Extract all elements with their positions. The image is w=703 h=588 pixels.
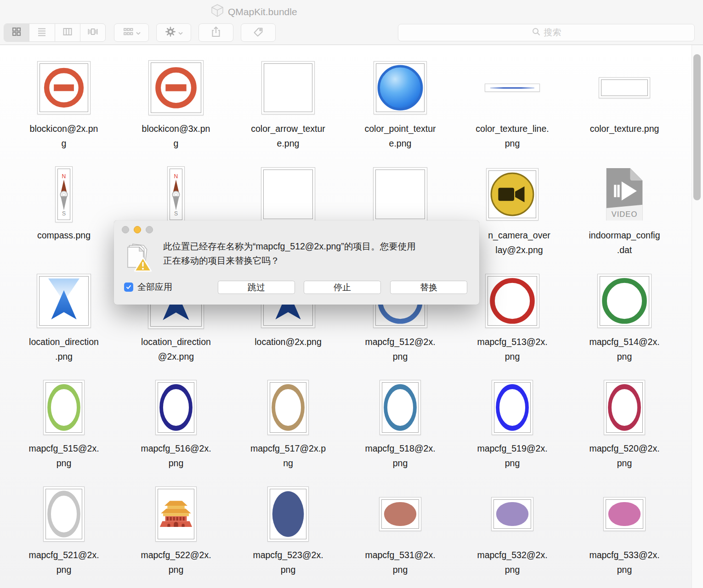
file-item[interactable]: mapcfg_519@2x. png — [456, 379, 568, 486]
file-thumbnail — [491, 486, 533, 542]
file-thumbnail — [155, 379, 197, 435]
file-thumbnail — [603, 486, 646, 542]
file-item[interactable]: blockicon@3x.pn g — [120, 60, 232, 166]
replace-button[interactable]: 替换 — [390, 281, 467, 294]
file-label: mapcfg_523@2x. png — [253, 548, 323, 577]
file-thumbnail — [597, 273, 652, 329]
file-item[interactable]: blockicon@2x.pn g — [8, 60, 120, 166]
file-thumbnail — [485, 273, 539, 329]
file-thumbnail — [492, 379, 533, 435]
file-thumbnail — [373, 166, 427, 222]
file-item[interactable]: color_point_textur e.png — [344, 60, 456, 166]
file-item[interactable]: VIDEOindoormap_config .dat — [568, 166, 680, 273]
file-label: indoormap_config .dat — [589, 228, 660, 257]
search-input[interactable]: 搜索 — [398, 24, 695, 41]
stop-button[interactable]: 停止 — [304, 281, 381, 294]
minimize-button[interactable] — [134, 226, 141, 233]
file-label: compass.png — [37, 228, 91, 243]
svg-text:N: N — [62, 173, 66, 180]
grid-view-icon — [11, 27, 22, 39]
file-label: color_arrow_textur e.png — [251, 121, 325, 151]
file-thumbnail — [43, 379, 85, 435]
vertical-scrollbar — [692, 45, 703, 588]
tag-button[interactable] — [241, 23, 276, 42]
arrange-icon — [123, 27, 134, 38]
file-thumbnail — [261, 166, 315, 222]
file-item[interactable]: mapcfg_521@2x. png — [8, 486, 120, 588]
file-thumbnail — [155, 486, 197, 542]
file-label: color_point_textur e.png — [364, 121, 436, 151]
icon-view-button[interactable] — [4, 24, 29, 41]
file-item[interactable]: color_texture_line. png — [456, 60, 568, 166]
column-view-icon — [62, 27, 73, 39]
chevron-down-icon — [178, 28, 183, 37]
file-item[interactable]: mapcfg_514@2x. png — [568, 273, 680, 379]
file-item[interactable]: mapcfg_516@2x. png — [120, 379, 232, 486]
file-item[interactable]: mapcfg_533@2x. png — [568, 486, 680, 588]
file-item[interactable]: mapcfg_517@2x.p ng — [232, 379, 344, 486]
file-item[interactable]: mapcfg_523@2x. png — [232, 486, 344, 588]
column-view-button[interactable] — [55, 24, 80, 41]
search-placeholder: 搜索 — [544, 27, 561, 39]
zoom-button[interactable] — [146, 226, 153, 233]
check-icon — [127, 286, 130, 288]
coverflow-view-button[interactable] — [80, 24, 105, 41]
gear-icon — [165, 26, 176, 39]
file-thumbnail — [599, 60, 650, 116]
file-label: mapcfg_521@2x. png — [28, 548, 99, 577]
file-label: color_texture_line. png — [476, 121, 549, 151]
file-label: blockicon@2x.pn g — [30, 121, 98, 151]
file-thumbnail — [604, 379, 645, 435]
file-item[interactable]: color_arrow_textur e.png — [232, 60, 344, 166]
arrange-button[interactable] — [114, 23, 149, 42]
file-item[interactable]: mapcfg_518@2x. png — [344, 379, 456, 486]
bundle-icon — [210, 4, 224, 20]
dialog-message: 此位置已经存在名称为“mapcfg_512@2x.png”的项目。您要使用 正在… — [163, 239, 471, 268]
file-item[interactable]: mapcfg_522@2x. png — [120, 486, 232, 588]
file-label: n_camera_over lay@2x.png — [488, 228, 550, 257]
file-thumbnail: VIDEO — [603, 166, 646, 222]
tag-icon — [253, 27, 264, 39]
file-thumbnail — [380, 379, 421, 435]
apply-to-all-label: 全部应用 — [137, 281, 172, 293]
coverflow-view-icon — [87, 27, 98, 39]
file-thumbnail — [267, 486, 309, 542]
action-button[interactable] — [156, 23, 191, 42]
file-label: mapcfg_531@2x. png — [365, 548, 435, 577]
file-item[interactable]: mapcfg_515@2x. png — [8, 379, 120, 486]
apply-to-all-row: 全部应用 — [124, 281, 172, 293]
svg-text:VIDEO: VIDEO — [612, 210, 638, 219]
file-label: mapcfg_522@2x. png — [141, 548, 211, 577]
file-item[interactable]: NScompass.png — [8, 166, 120, 273]
list-view-button[interactable] — [29, 24, 55, 41]
svg-text:N: N — [174, 173, 178, 180]
file-item[interactable]: mapcfg_520@2x. png — [568, 379, 680, 486]
close-button[interactable] — [122, 226, 129, 233]
file-label: blockicon@3x.pn g — [142, 121, 210, 151]
file-thumbnail — [37, 273, 91, 329]
file-conflict-dialog: 此位置已经存在名称为“mapcfg_512@2x.png”的项目。您要使用 正在… — [114, 220, 479, 305]
search-icon — [532, 27, 541, 39]
share-button[interactable] — [198, 23, 233, 42]
file-label: mapcfg_519@2x. png — [477, 441, 547, 470]
file-label: mapcfg_516@2x. png — [141, 441, 211, 470]
file-thumbnail — [485, 60, 540, 116]
file-label: mapcfg_514@2x. png — [589, 334, 659, 364]
apply-to-all-checkbox[interactable] — [124, 283, 133, 292]
file-label: mapcfg_518@2x. png — [365, 441, 435, 470]
skip-button[interactable]: 跳过 — [218, 281, 295, 294]
file-item[interactable]: mapcfg_532@2x. png — [456, 486, 568, 588]
list-view-icon — [37, 27, 47, 39]
title-bar: QMapKit.bundle — [0, 0, 703, 21]
scrollbar-thumb[interactable] — [693, 54, 701, 200]
file-item[interactable]: color_texture.png — [568, 60, 680, 166]
svg-text:S: S — [174, 210, 178, 217]
file-label: mapcfg_513@2x. png — [477, 334, 547, 364]
file-item[interactable]: location_direction .png — [8, 273, 120, 379]
file-item[interactable]: mapcfg_531@2x. png — [344, 486, 456, 588]
file-label: location_direction .png — [29, 334, 99, 364]
file-label: mapcfg_532@2x. png — [477, 548, 547, 577]
window-title-group: QMapKit.bundle — [210, 4, 297, 20]
file-thumbnail — [37, 60, 91, 116]
svg-text:S: S — [62, 210, 66, 217]
